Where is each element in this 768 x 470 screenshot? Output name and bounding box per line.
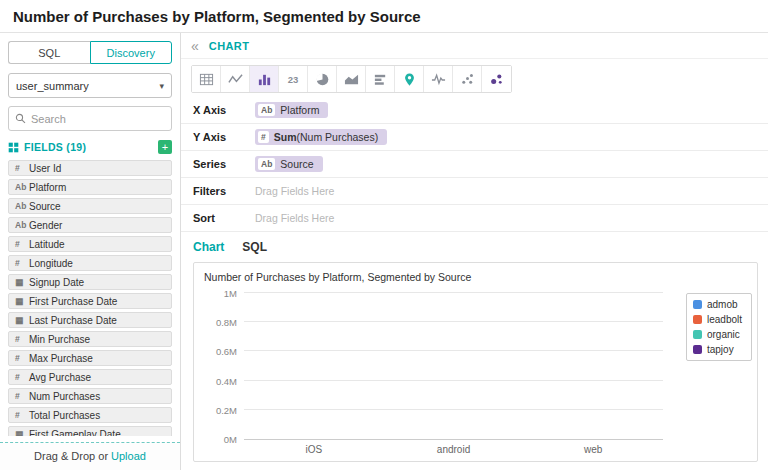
config-row-filters: FiltersDrag Fields Here [181,178,768,205]
chart-type-pulse-icon[interactable] [424,66,453,92]
field-item-total-purchases[interactable]: #Total Purchases [8,407,172,423]
field-item-num-purchases[interactable]: #Num Purchases [8,388,172,404]
dataset-select[interactable]: user_summary ▾ [8,73,172,98]
category-web [523,293,663,439]
text-field-icon: Ab [258,158,275,170]
drop-placeholder: Drag Fields Here [255,212,334,224]
y-axis-tick-label: 0.2M [216,404,237,415]
chart-type-area-icon[interactable] [337,66,366,92]
field-list: #User IdAbPlatformAbSourceAbGender#Latit… [8,160,172,436]
numeric-field-icon: # [15,353,29,363]
add-field-button[interactable]: + [158,140,172,154]
chart-type-table-icon[interactable] [192,66,221,92]
field-item-user-id[interactable]: #User Id [8,160,172,176]
sidebar-mode-tabs: SQL Discovery [8,41,172,64]
config-row-x-axis: X AxisAbPlatform [181,97,768,124]
field-chip-platform[interactable]: AbPlatform [255,102,328,118]
field-label: First Purchase Date [29,296,117,307]
y-axis-tick-label: 0.6M [216,346,237,357]
search-icon [15,113,26,124]
field-item-gender[interactable]: AbGender [8,217,172,233]
field-item-latitude[interactable]: #Latitude [8,236,172,252]
y-axis-tick-label: 1M [224,288,237,299]
config-label: Sort [193,212,255,224]
legend-label: organic [707,329,740,340]
legend-item-tapjoy[interactable]: tapjoy [693,344,742,355]
legend-item-admob[interactable]: admob [693,299,742,310]
main-panel: « CHART 23 X AxisAbPlatformY Axis#Sum(Nu… [181,33,768,470]
numeric-field-icon: # [15,372,29,382]
field-chip--num-purchases-[interactable]: #Sum(Num Purchases) [255,129,387,145]
field-item-max-purchase[interactable]: #Max Purchase [8,350,172,366]
field-chip-source[interactable]: AbSource [255,156,323,172]
config-row-sort: SortDrag Fields Here [181,205,768,232]
field-label: User Id [29,163,61,174]
chart-type-map-pin-icon[interactable] [395,66,424,92]
numeric-field-icon: # [15,239,29,249]
view-tabs: ChartSQL [181,232,768,260]
text-field-icon: Ab [15,201,29,211]
legend-item-leadbolt[interactable]: leadbolt [693,314,742,325]
field-item-min-purchase[interactable]: #Min Purchase [8,331,172,347]
field-item-first-purchase-date[interactable]: ▦First Purchase Date [8,293,172,309]
category-android [384,293,524,439]
numeric-field-icon: # [258,131,269,143]
collapse-sidebar-icon[interactable]: « [191,39,199,53]
field-item-avg-purchase[interactable]: #Avg Purchase [8,369,172,385]
field-item-longitude[interactable]: #Longitude [8,255,172,271]
field-label: Total Purchases [29,410,100,421]
tab-sql[interactable]: SQL [8,41,90,64]
legend-label: admob [707,299,738,310]
numeric-field-icon: # [15,410,29,420]
drop-placeholder: Drag Fields Here [255,185,334,197]
app-body: SQL Discovery user_summary ▾ FIELDS (19)… [0,33,768,470]
date-field-icon: ▦ [15,429,29,436]
chart-type-scatter-icon[interactable] [453,66,482,92]
field-label: Source [29,201,61,212]
page-header: Number of Purchases by Platform, Segment… [0,0,768,33]
legend-swatch [693,330,702,339]
config-label: Series [193,158,255,170]
legend-label: leadbolt [707,314,742,325]
numeric-field-icon: # [15,258,29,268]
legend-swatch [693,300,702,309]
upload-link[interactable]: Upload [111,450,146,462]
view-tab-sql[interactable]: SQL [242,240,267,254]
y-axis-tick-label: 0.8M [216,317,237,328]
field-item-platform[interactable]: AbPlatform [8,179,172,195]
date-field-icon: ▦ [15,296,29,306]
chart-type-line-icon[interactable] [221,66,250,92]
y-axis-tick-label: 0.4M [216,375,237,386]
tab-discovery[interactable]: Discovery [90,41,173,64]
upload-dropzone[interactable]: Drag & Drop orUpload [0,442,180,470]
bars-container [244,293,663,439]
chart-type-number-icon[interactable]: 23 [279,66,308,92]
sidebar: SQL Discovery user_summary ▾ FIELDS (19)… [0,33,181,470]
config-label: Y Axis [193,131,255,143]
field-item-signup-date[interactable]: ▦Signup Date [8,274,172,290]
search-input[interactable] [31,113,165,125]
view-tab-chart[interactable]: Chart [193,240,224,254]
x-axis-labels: iOSandroidweb [244,440,663,457]
text-field-icon: Ab [15,182,29,192]
chart-type-bar-icon[interactable] [250,66,279,92]
category-ios [244,293,384,439]
field-item-first-gameplay-date[interactable]: ▦First Gameplay Date [8,426,172,436]
legend-item-organic[interactable]: organic [693,329,742,340]
date-field-icon: ▦ [15,315,29,325]
search-box[interactable] [8,106,172,131]
field-item-source[interactable]: AbSource [8,198,172,214]
config-row-y-axis: Y Axis#Sum(Num Purchases) [181,124,768,151]
chart-type-bubble-icon[interactable] [482,66,511,92]
x-axis-label-android: android [384,440,524,457]
chart-title: Number of Purchases by Platform, Segment… [204,271,749,283]
numeric-field-icon: # [15,163,29,173]
field-label: Gender [29,220,62,231]
chart-type-combo-icon[interactable] [366,66,395,92]
fields-label: FIELDS (19) [24,141,86,153]
field-label: Avg Purchase [29,372,91,383]
legend-label: tapjoy [707,344,734,355]
field-item-last-purchase-date[interactable]: ▦Last Purchase Date [8,312,172,328]
chart-type-pie-icon[interactable] [308,66,337,92]
chart-panel: Number of Purchases by Platform, Segment… [193,262,758,462]
